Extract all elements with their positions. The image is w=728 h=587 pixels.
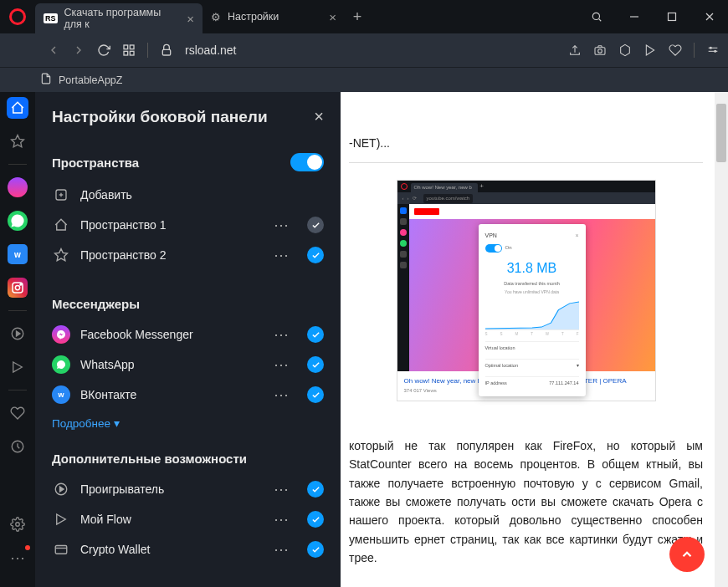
page-content: -NET)... Oh wow! New year, new b + ‹›⟳ y… xyxy=(341,92,728,587)
more-icon[interactable]: ⋯ xyxy=(274,510,290,528)
scrollbar-thumb[interactable] xyxy=(716,104,726,162)
new-tab-button[interactable]: + xyxy=(345,0,370,33)
tab-title: Скачать программы для к xyxy=(64,7,181,30)
sidebar-rail: w ⋯ xyxy=(0,92,35,587)
maximize-button[interactable] xyxy=(653,0,690,33)
svg-point-18 xyxy=(715,50,716,52)
player-row[interactable]: Проигрыватель ⋯ xyxy=(35,474,341,504)
reload-button[interactable] xyxy=(97,43,110,57)
tab-1[interactable]: RS Скачать программы для к × xyxy=(35,3,203,33)
whatsapp-row[interactable]: WhatsApp ⋯ xyxy=(35,350,341,380)
tab-2[interactable]: ⚙ Настройки × xyxy=(203,0,345,33)
space-1-row[interactable]: Пространство 1 ⋯ xyxy=(35,210,341,240)
section-messengers-title: Мессенджеры xyxy=(52,297,140,311)
send-icon[interactable] xyxy=(643,43,657,57)
more-icon[interactable]: ⋯ xyxy=(274,480,290,498)
space-2-row[interactable]: Пространство 2 ⋯ xyxy=(35,240,341,270)
add-space-row[interactable]: Добавить xyxy=(35,180,341,210)
share-icon[interactable] xyxy=(568,43,582,57)
lock-icon[interactable] xyxy=(160,43,173,57)
article-paragraph: который не так популярен как FireFox, но… xyxy=(349,436,703,568)
rail-more-icon[interactable]: ⋯ xyxy=(7,547,28,569)
fb-messenger-row[interactable]: Facebook Messenger ⋯ xyxy=(35,319,341,350)
vk-row[interactable]: w ВКонтакте ⋯ xyxy=(35,380,341,410)
check-icon[interactable] xyxy=(307,356,324,373)
check-icon[interactable] xyxy=(307,217,324,233)
address-bar: rsload.net xyxy=(0,33,728,67)
more-icon[interactable]: ⋯ xyxy=(274,355,290,374)
svg-rect-7 xyxy=(130,45,134,49)
rail-instagram-icon[interactable] xyxy=(7,277,28,299)
svg-rect-8 xyxy=(124,51,128,55)
rail-star-icon[interactable] xyxy=(7,130,28,152)
rail-whatsapp-icon[interactable] xyxy=(7,210,28,232)
row-label: Crypto Wallet xyxy=(80,543,264,556)
vpn-usage-chart xyxy=(485,300,579,330)
check-icon[interactable] xyxy=(307,386,324,403)
check-icon[interactable] xyxy=(307,511,324,528)
rail-vk-icon[interactable]: w xyxy=(7,243,28,265)
minimize-button[interactable] xyxy=(615,0,653,33)
scrollbar-track[interactable] xyxy=(715,92,728,587)
close-icon[interactable]: × xyxy=(329,10,336,24)
svg-rect-9 xyxy=(130,51,134,55)
check-icon[interactable] xyxy=(307,541,324,558)
svg-marker-24 xyxy=(17,331,21,336)
row-label: Проигрыватель xyxy=(80,482,264,496)
close-icon[interactable]: × xyxy=(314,107,324,126)
back-button[interactable] xyxy=(47,43,60,57)
flow-row[interactable]: Мой Flow ⋯ xyxy=(35,504,341,534)
opera-logo[interactable] xyxy=(0,0,35,33)
forward-button[interactable] xyxy=(72,43,85,57)
more-link[interactable]: Подробнее ▾ xyxy=(35,410,341,445)
whatsapp-icon xyxy=(52,355,70,374)
svg-marker-14 xyxy=(646,45,654,55)
wallet-icon xyxy=(52,540,70,559)
flow-icon xyxy=(52,510,70,528)
more-icon[interactable]: ⋯ xyxy=(274,246,290,264)
close-icon[interactable]: × xyxy=(187,12,194,26)
rail-messenger-icon[interactable] xyxy=(7,176,28,198)
rail-heart-icon[interactable] xyxy=(7,402,28,424)
play-icon xyxy=(52,480,70,498)
svg-point-12 xyxy=(598,49,602,54)
sidebar-settings-panel: Настройки боковой панели × Пространства … xyxy=(35,92,341,587)
more-icon[interactable]: ⋯ xyxy=(274,385,290,404)
adblock-icon[interactable] xyxy=(618,43,632,57)
menu-icon[interactable] xyxy=(706,43,720,57)
svg-marker-31 xyxy=(55,249,68,261)
bookmark-item[interactable]: PortableAppZ xyxy=(59,74,122,86)
tab-strip: RS Скачать программы для к × ⚙ Настройки… xyxy=(35,0,577,33)
scroll-top-button[interactable] xyxy=(669,537,705,572)
search-icon[interactable] xyxy=(577,0,615,33)
heart-icon[interactable] xyxy=(669,43,682,57)
row-label: Facebook Messenger xyxy=(80,328,264,341)
file-icon xyxy=(40,73,52,87)
url-field[interactable]: rsload.net xyxy=(185,43,556,57)
row-label: Пространство 2 xyxy=(80,248,264,262)
close-button[interactable] xyxy=(690,0,728,33)
more-icon[interactable]: ⋯ xyxy=(274,540,290,559)
svg-point-17 xyxy=(710,47,711,48)
speed-dial-icon[interactable] xyxy=(122,43,136,57)
row-label: Мой Flow xyxy=(80,513,264,526)
svg-point-21 xyxy=(15,285,19,289)
window-titlebar: RS Скачать программы для к × ⚙ Настройки… xyxy=(0,0,728,33)
camera-icon[interactable] xyxy=(593,43,607,57)
wallet-row[interactable]: Crypto Wallet ⋯ xyxy=(35,534,341,564)
check-icon[interactable] xyxy=(307,481,324,498)
check-icon[interactable] xyxy=(307,326,324,343)
more-icon[interactable]: ⋯ xyxy=(274,216,290,234)
rail-settings-icon[interactable] xyxy=(7,513,28,535)
svg-rect-35 xyxy=(55,546,67,554)
more-icon[interactable]: ⋯ xyxy=(274,325,290,344)
check-icon[interactable] xyxy=(307,247,324,263)
svg-rect-10 xyxy=(162,49,170,55)
spaces-toggle[interactable] xyxy=(290,153,324,171)
chevron-down-icon: ▾ xyxy=(114,416,120,430)
rail-player-icon[interactable] xyxy=(7,323,28,345)
rail-flow-icon[interactable] xyxy=(7,356,28,378)
rail-home-icon[interactable] xyxy=(7,97,28,119)
rail-history-icon[interactable] xyxy=(7,436,28,457)
row-label: ВКонтакте xyxy=(80,388,264,401)
